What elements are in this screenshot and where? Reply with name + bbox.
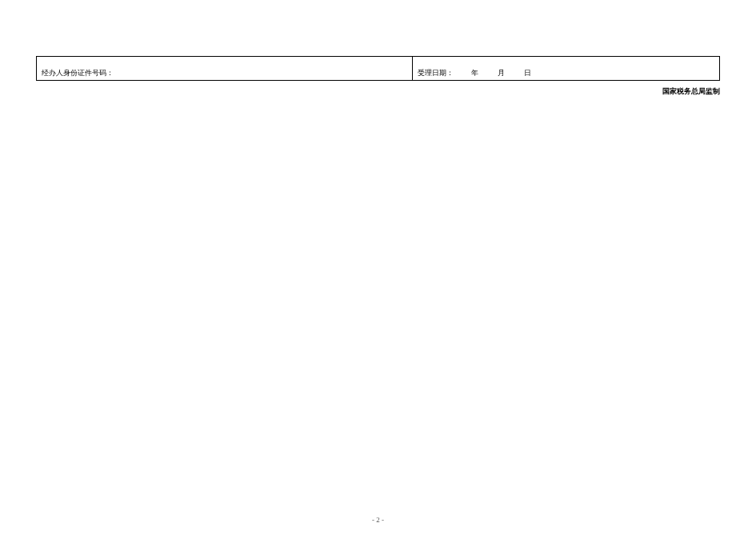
handler-id-cell: 经办人身份证件号码： — [37, 57, 413, 81]
page-number: - 2 - — [0, 516, 756, 524]
form-table: 经办人身份证件号码： 受理日期： 年 月 日 — [36, 56, 720, 81]
table-row: 经办人身份证件号码： 受理日期： 年 月 日 — [37, 57, 720, 81]
issuer-text: 国家税务总局监制 — [662, 86, 720, 97]
acceptance-date-line: 受理日期： 年 月 日 — [418, 68, 538, 78]
acceptance-date-cell: 受理日期： 年 月 日 — [412, 57, 719, 81]
month-unit: 月 — [498, 69, 505, 77]
document-page: 经办人身份证件号码： 受理日期： 年 月 日 国家税务总局监制 - 2 - — [0, 0, 756, 535]
acceptance-date-label: 受理日期： — [418, 69, 454, 77]
year-unit: 年 — [471, 69, 478, 77]
handler-id-label: 经办人身份证件号码： — [42, 69, 114, 77]
day-unit: 日 — [524, 69, 531, 77]
